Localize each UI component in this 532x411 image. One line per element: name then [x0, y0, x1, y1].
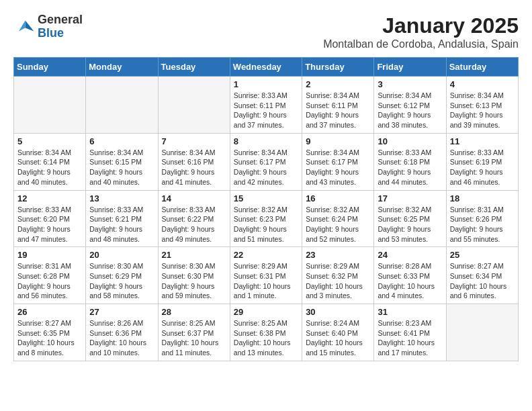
weekday-header-saturday: Saturday: [446, 58, 518, 77]
day-info: Sunrise: 8:30 AM Sunset: 6:30 PM Dayligh…: [162, 261, 226, 301]
calendar-cell: 17Sunrise: 8:32 AM Sunset: 6:25 PM Dayli…: [374, 190, 446, 247]
calendar-cell: 15Sunrise: 8:32 AM Sunset: 6:23 PM Dayli…: [230, 190, 302, 247]
weekday-header-sunday: Sunday: [14, 58, 86, 77]
location: Montalban de Cordoba, Andalusia, Spain: [323, 38, 519, 50]
day-info: Sunrise: 8:25 AM Sunset: 6:38 PM Dayligh…: [234, 318, 298, 358]
calendar-cell: 21Sunrise: 8:30 AM Sunset: 6:30 PM Dayli…: [158, 247, 230, 304]
day-info: Sunrise: 8:34 AM Sunset: 6:11 PM Dayligh…: [306, 91, 370, 130]
day-number: 13: [89, 193, 154, 203]
logo-icon: [13, 16, 35, 38]
day-info: Sunrise: 8:27 AM Sunset: 6:35 PM Dayligh…: [17, 318, 82, 358]
day-info: Sunrise: 8:34 AM Sunset: 6:17 PM Dayligh…: [234, 148, 298, 187]
day-info: Sunrise: 8:32 AM Sunset: 6:23 PM Dayligh…: [234, 205, 298, 244]
day-number: 18: [450, 193, 515, 203]
week-row-3: 12Sunrise: 8:33 AM Sunset: 6:20 PM Dayli…: [14, 190, 519, 247]
calendar-cell: 16Sunrise: 8:32 AM Sunset: 6:24 PM Dayli…: [302, 190, 374, 247]
day-number: 8: [234, 136, 298, 146]
calendar-cell: 12Sunrise: 8:33 AM Sunset: 6:20 PM Dayli…: [14, 190, 86, 247]
day-number: 23: [306, 250, 370, 260]
week-row-5: 26Sunrise: 8:27 AM Sunset: 6:35 PM Dayli…: [14, 304, 519, 361]
day-number: 6: [89, 136, 154, 146]
weekday-header-row: SundayMondayTuesdayWednesdayThursdayFrid…: [14, 58, 519, 77]
day-number: 27: [89, 307, 154, 317]
day-info: Sunrise: 8:29 AM Sunset: 6:31 PM Dayligh…: [234, 261, 298, 301]
calendar-cell: 25Sunrise: 8:27 AM Sunset: 6:34 PM Dayli…: [446, 247, 518, 304]
day-number: 24: [378, 250, 442, 260]
calendar-cell: 24Sunrise: 8:28 AM Sunset: 6:33 PM Dayli…: [374, 247, 446, 304]
logo: General Blue: [13, 13, 83, 40]
calendar-cell: 26Sunrise: 8:27 AM Sunset: 6:35 PM Dayli…: [14, 304, 86, 361]
week-row-4: 19Sunrise: 8:31 AM Sunset: 6:28 PM Dayli…: [14, 247, 519, 304]
month-title: January 2025: [323, 13, 519, 38]
day-number: 17: [378, 193, 442, 203]
day-info: Sunrise: 8:33 AM Sunset: 6:21 PM Dayligh…: [89, 205, 154, 244]
day-info: Sunrise: 8:31 AM Sunset: 6:26 PM Dayligh…: [450, 205, 515, 244]
svg-marker-1: [19, 20, 26, 31]
day-info: Sunrise: 8:33 AM Sunset: 6:20 PM Dayligh…: [17, 205, 82, 244]
day-number: 16: [306, 193, 370, 203]
day-info: Sunrise: 8:31 AM Sunset: 6:28 PM Dayligh…: [17, 261, 82, 301]
day-info: Sunrise: 8:33 AM Sunset: 6:22 PM Dayligh…: [162, 205, 226, 244]
weekday-header-wednesday: Wednesday: [230, 58, 302, 77]
calendar-cell: 10Sunrise: 8:33 AM Sunset: 6:18 PM Dayli…: [374, 133, 446, 190]
day-number: 4: [450, 79, 515, 89]
calendar-cell: 28Sunrise: 8:25 AM Sunset: 6:37 PM Dayli…: [158, 304, 230, 361]
day-info: Sunrise: 8:34 AM Sunset: 6:13 PM Dayligh…: [450, 91, 515, 130]
weekday-header-tuesday: Tuesday: [158, 58, 230, 77]
calendar-cell: 3Sunrise: 8:34 AM Sunset: 6:12 PM Daylig…: [374, 77, 446, 134]
day-number: 11: [450, 136, 515, 146]
day-number: 30: [306, 307, 370, 317]
logo-text: General Blue: [38, 13, 83, 40]
day-number: 12: [17, 193, 82, 203]
calendar-cell: 31Sunrise: 8:23 AM Sunset: 6:41 PM Dayli…: [374, 304, 446, 361]
calendar-cell: 19Sunrise: 8:31 AM Sunset: 6:28 PM Dayli…: [14, 247, 86, 304]
weekday-header-friday: Friday: [374, 58, 446, 77]
day-number: 22: [234, 250, 298, 260]
day-number: 25: [450, 250, 515, 260]
day-info: Sunrise: 8:27 AM Sunset: 6:34 PM Dayligh…: [450, 261, 515, 301]
week-row-1: 1Sunrise: 8:33 AM Sunset: 6:11 PM Daylig…: [14, 77, 519, 134]
day-info: Sunrise: 8:34 AM Sunset: 6:16 PM Dayligh…: [162, 148, 226, 187]
weekday-header-thursday: Thursday: [302, 58, 374, 77]
calendar-cell: 29Sunrise: 8:25 AM Sunset: 6:38 PM Dayli…: [230, 304, 302, 361]
calendar-cell: 20Sunrise: 8:30 AM Sunset: 6:29 PM Dayli…: [86, 247, 158, 304]
page-header: General Blue January 2025 Montalban de C…: [13, 13, 519, 50]
day-number: 19: [17, 250, 82, 260]
day-number: 14: [162, 193, 226, 203]
day-number: 2: [306, 79, 370, 89]
day-info: Sunrise: 8:32 AM Sunset: 6:24 PM Dayligh…: [306, 205, 370, 244]
day-number: 9: [306, 136, 370, 146]
calendar-cell: [86, 77, 158, 134]
day-info: Sunrise: 8:29 AM Sunset: 6:32 PM Dayligh…: [306, 261, 370, 301]
weekday-header-monday: Monday: [86, 58, 158, 77]
calendar-cell: [158, 77, 230, 134]
calendar-cell: 27Sunrise: 8:26 AM Sunset: 6:36 PM Dayli…: [86, 304, 158, 361]
day-number: 7: [162, 136, 226, 146]
calendar-cell: 22Sunrise: 8:29 AM Sunset: 6:31 PM Dayli…: [230, 247, 302, 304]
calendar-cell: 8Sunrise: 8:34 AM Sunset: 6:17 PM Daylig…: [230, 133, 302, 190]
day-number: 1: [234, 79, 298, 89]
calendar-cell: 6Sunrise: 8:34 AM Sunset: 6:15 PM Daylig…: [86, 133, 158, 190]
calendar-cell: 23Sunrise: 8:29 AM Sunset: 6:32 PM Dayli…: [302, 247, 374, 304]
svg-marker-0: [26, 20, 34, 31]
day-info: Sunrise: 8:32 AM Sunset: 6:25 PM Dayligh…: [378, 205, 442, 244]
title-block: January 2025 Montalban de Cordoba, Andal…: [323, 13, 519, 50]
calendar-cell: 2Sunrise: 8:34 AM Sunset: 6:11 PM Daylig…: [302, 77, 374, 134]
calendar-cell: 1Sunrise: 8:33 AM Sunset: 6:11 PM Daylig…: [230, 77, 302, 134]
calendar-cell: 11Sunrise: 8:33 AM Sunset: 6:19 PM Dayli…: [446, 133, 518, 190]
calendar-cell: 4Sunrise: 8:34 AM Sunset: 6:13 PM Daylig…: [446, 77, 518, 134]
logo-blue: Blue: [38, 27, 83, 40]
day-info: Sunrise: 8:33 AM Sunset: 6:19 PM Dayligh…: [450, 148, 515, 187]
day-number: 26: [17, 307, 82, 317]
day-info: Sunrise: 8:33 AM Sunset: 6:18 PM Dayligh…: [378, 148, 442, 187]
day-info: Sunrise: 8:33 AM Sunset: 6:11 PM Dayligh…: [234, 91, 298, 130]
day-number: 31: [378, 307, 442, 317]
calendar-cell: [446, 304, 518, 361]
calendar-cell: [14, 77, 86, 134]
calendar-cell: 30Sunrise: 8:24 AM Sunset: 6:40 PM Dayli…: [302, 304, 374, 361]
day-number: 21: [162, 250, 226, 260]
day-info: Sunrise: 8:34 AM Sunset: 6:15 PM Dayligh…: [89, 148, 154, 187]
day-info: Sunrise: 8:34 AM Sunset: 6:14 PM Dayligh…: [17, 148, 82, 187]
day-number: 28: [162, 307, 226, 317]
day-number: 3: [378, 79, 442, 89]
